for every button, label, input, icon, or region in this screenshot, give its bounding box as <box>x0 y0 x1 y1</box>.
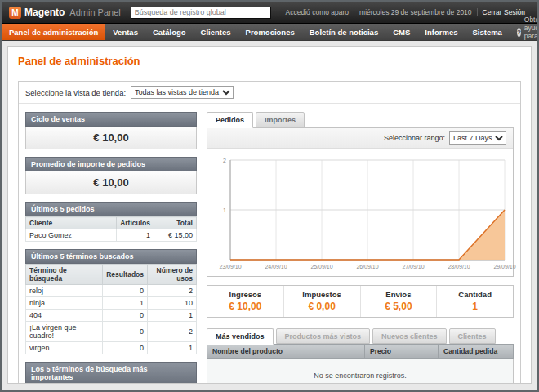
search-term-row[interactable]: ninja 1 10 <box>26 297 197 310</box>
magento-logo[interactable]: M Magento Admin Panel <box>9 7 121 19</box>
nav-newsletter[interactable]: Boletín de noticias <box>302 24 385 40</box>
stat-label: Impuestos <box>286 290 359 299</box>
cell-term[interactable]: 404 <box>26 310 103 322</box>
svg-text:29/09/10: 29/09/10 <box>493 264 515 270</box>
svg-text:24/09/10: 24/09/10 <box>265 264 287 270</box>
dashboard-columns: Ciclo de ventas € 10,00 Promedio de impo… <box>19 104 520 384</box>
svg-text:23/09/10: 23/09/10 <box>219 264 241 270</box>
average-orders-value: € 10,00 <box>25 172 197 194</box>
nav-system[interactable]: Sistema <box>465 24 509 40</box>
current-date: miércoles 29 de septiembre de 2010 <box>354 8 477 16</box>
col-price: Precio <box>365 345 439 359</box>
logged-in-as: Accedió como aparo <box>281 8 354 16</box>
stat-value: € 10,00 <box>209 301 282 312</box>
main-navigation: Panel de administración Ventas Catálogo … <box>2 24 537 41</box>
bestsellers-table: Nombre del producto Precio Cantidad pedi… <box>207 344 514 384</box>
col-total: Total <box>154 217 197 229</box>
store-view-switcher: Seleccione la vista de tienda: Todas las… <box>19 82 520 104</box>
tab-importes[interactable]: Importes <box>256 112 305 127</box>
average-orders-title: Promedio de importe de pedidos <box>25 157 197 172</box>
stat-label: Ingresos <box>209 290 282 299</box>
cell-uses: 2 <box>148 285 197 297</box>
top-search-terms-title: Los 5 términos de búsqueda más important… <box>25 362 197 384</box>
last-search-terms-block: Últimos 5 términos buscados Término de b… <box>25 249 197 354</box>
logout-link[interactable]: Cerrar Sesión <box>477 8 530 16</box>
last-orders-block: Últimos 5 pedidos Cliente Artículos Tota… <box>25 202 197 242</box>
svg-text:1: 1 <box>223 207 226 213</box>
cell-term[interactable]: reloj <box>26 285 103 297</box>
cell-term[interactable]: ¡La virgen que cuadro! <box>26 322 103 342</box>
order-row[interactable]: Paco Gomez 1 € 15,00 <box>26 229 197 242</box>
svg-text:27/09/10: 27/09/10 <box>402 264 424 270</box>
global-search-input[interactable] <box>131 7 271 19</box>
lifetime-sales-value: € 10,00 <box>25 127 197 149</box>
tab-new-customers[interactable]: Nuevos clientes <box>372 328 447 344</box>
last-search-terms-table: Término de búsqueda Resultados Número de… <box>25 264 197 354</box>
logo-text-magento: Magento <box>24 7 65 18</box>
cell-uses: 1 <box>148 310 197 322</box>
nav-sales[interactable]: Ventas <box>105 24 145 40</box>
magento-admin-window: M Magento Admin Panel Accedió como aparo… <box>0 0 539 392</box>
dashboard-right-column: Pedidos Importes Seleccionar rango: Last… <box>207 112 514 384</box>
page-title: Panel de administración <box>18 53 521 73</box>
cell-results: 1 <box>103 297 148 310</box>
nav-promotions[interactable]: Promociones <box>238 24 302 40</box>
tab-pedidos[interactable]: Pedidos <box>207 112 253 128</box>
search-term-row[interactable]: virgen 0 1 <box>26 342 197 354</box>
tab-bestsellers[interactable]: Más vendidos <box>207 328 274 345</box>
stat-quantity: Cantidad 1 <box>437 286 513 317</box>
col-product-name: Nombre del producto <box>207 345 365 359</box>
cell-total: € 15,00 <box>154 229 197 242</box>
empty-message: No se encontraron registros. <box>207 359 514 385</box>
grid-tabs: Más vendidos Productos más vistos Nuevos… <box>207 328 514 344</box>
nav-cms[interactable]: CMS <box>385 24 417 40</box>
stat-value: € 0,00 <box>286 301 359 312</box>
col-uses: Número de usos <box>148 265 197 285</box>
lifetime-sales-block: Ciclo de ventas € 10,00 <box>25 112 197 149</box>
user-area: Accedió como aparo miércoles 29 de septi… <box>281 8 530 16</box>
top-header: M Magento Admin Panel Accedió como aparo… <box>2 2 537 24</box>
cell-items: 1 <box>117 229 154 242</box>
store-view-select[interactable]: Todas las vistas de tienda <box>131 86 234 99</box>
cell-uses: 10 <box>148 297 197 310</box>
cell-results: 0 <box>103 342 148 354</box>
cell-term[interactable]: virgen <box>26 342 103 354</box>
col-results: Resultados <box>103 265 148 285</box>
tab-most-viewed[interactable]: Productos más vistos <box>276 328 371 344</box>
chart-tabs: Pedidos Importes <box>207 112 514 127</box>
tab-customers[interactable]: Clientes <box>449 328 496 344</box>
logo-text-admin-panel: Admin Panel <box>69 7 120 17</box>
page-background: Panel de administración Seleccione la vi… <box>2 41 537 390</box>
empty-row: No se encontraron registros. <box>207 359 514 385</box>
col-term: Término de búsqueda <box>26 265 103 285</box>
page-help-link[interactable]: ? Obtener ayuda para esta página <box>510 24 539 40</box>
search-term-row[interactable]: reloj 0 2 <box>26 285 197 297</box>
dashboard-left-column: Ciclo de ventas € 10,00 Promedio de impo… <box>25 112 197 384</box>
stat-value: € 5,00 <box>363 301 435 312</box>
cell-term[interactable]: ninja <box>26 297 103 310</box>
nav-items: Panel de administración Ventas Catálogo … <box>2 24 510 40</box>
stat-label: Cantidad <box>439 290 511 299</box>
search-term-row[interactable]: ¡La virgen que cuadro! 0 2 <box>26 322 197 342</box>
store-view-label: Seleccione la vista de tienda: <box>25 88 126 97</box>
stat-shipping: Envíos € 5,00 <box>361 286 438 317</box>
nav-customers[interactable]: Clientes <box>194 24 238 40</box>
search-term-row[interactable]: 404 0 1 <box>26 310 197 322</box>
range-select[interactable]: Last 7 Days <box>449 131 506 145</box>
lifetime-sales-title: Ciclo de ventas <box>25 112 197 127</box>
nav-dashboard[interactable]: Panel de administración <box>2 24 105 40</box>
orders-area-chart: 1223/09/1024/09/1025/09/1026/09/1027/09/… <box>209 152 518 274</box>
stat-tax: Impuestos € 0,00 <box>284 286 361 317</box>
last-orders-title: Últimos 5 pedidos <box>25 202 197 216</box>
nav-catalog[interactable]: Catálogo <box>145 24 194 40</box>
table-header-row: Nombre del producto Precio Cantidad pedi… <box>207 345 514 359</box>
col-customer: Cliente <box>26 217 117 229</box>
stat-label: Envíos <box>363 290 435 299</box>
totals-box: Ingresos € 10,00 Impuestos € 0,00 Envíos… <box>207 285 514 318</box>
title-divider <box>18 73 521 74</box>
last-orders-table: Cliente Artículos Total Paco Gomez 1 <box>25 216 197 242</box>
magento-logo-icon: M <box>9 7 21 19</box>
nav-reports[interactable]: Informes <box>417 24 465 40</box>
dashboard-container: Seleccione la vista de tienda: Todas las… <box>18 81 521 384</box>
table-header-row: Término de búsqueda Resultados Número de… <box>26 265 197 285</box>
